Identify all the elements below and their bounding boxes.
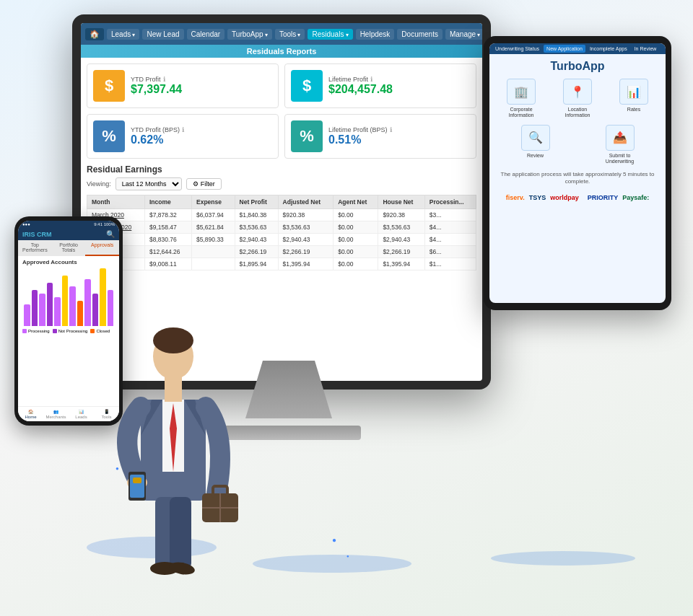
tablet-nav-incomplete[interactable]: Incomplete Apps xyxy=(587,45,630,53)
priority-logo: PRIORITY xyxy=(588,194,619,201)
table-cell: $12,644.26 xyxy=(144,246,191,258)
phone-tab-portfolio[interactable]: Portfolio Totals xyxy=(52,240,86,256)
table-cell: $2,266.19 xyxy=(235,246,278,258)
tablet-nav-in-review[interactable]: In Review xyxy=(632,45,660,53)
ytd-profit-label: YTD Profit ℹ xyxy=(131,76,272,83)
phone-tab-top-performers[interactable]: Top Performers xyxy=(18,240,52,256)
filter-button[interactable]: ⚙ Filter xyxy=(186,178,222,190)
table-cell: $2,266.19 xyxy=(378,246,424,258)
ytd-bps-help[interactable]: ℹ xyxy=(182,126,184,133)
chart-bar xyxy=(92,294,99,326)
table-cell: $9,008.11 xyxy=(144,258,191,270)
processing-label: Processing xyxy=(28,329,50,333)
rates-icon: 📊 xyxy=(619,79,648,105)
lifetime-bps-label: Lifetime Profit (BPS) ℹ xyxy=(328,126,470,133)
turboapp-step-5[interactable]: 📤 Submit toUnderwriting xyxy=(580,125,660,165)
deco-dot-6: ● xyxy=(346,554,349,558)
earnings-title: Residual Earnings xyxy=(87,164,476,175)
chart-bar xyxy=(24,304,30,326)
table-cell xyxy=(192,246,235,258)
table-cell: $0.00 xyxy=(334,221,378,234)
ytd-bps-info: YTD Profit (BPS) ℹ 0.62% xyxy=(131,126,272,146)
phone-nav-merchants[interactable]: 👥 Merchants xyxy=(43,409,69,419)
phone-tab-approvals[interactable]: Approvals xyxy=(85,240,119,256)
turboapp-step-3[interactable]: 📊 Rates xyxy=(608,79,660,119)
chart-bar xyxy=(32,290,38,326)
iris-logo: IRIS CRM xyxy=(22,231,52,238)
nav-tools[interactable]: Tools xyxy=(275,29,305,40)
table-cell: $1,395.94 xyxy=(378,258,424,270)
closed-dot xyxy=(90,329,95,333)
table-cell: $2,940.43 xyxy=(235,234,278,246)
table-row: February 2020$9,158.47$5,621.84$3,536.63… xyxy=(87,221,476,234)
table-cell: $920.38 xyxy=(378,209,424,221)
turboapp-step-2[interactable]: 📍 LocationInformation xyxy=(552,79,603,119)
shadow-2 xyxy=(253,555,411,573)
turboapp-step-1[interactable]: 🏢 CorporateInformation xyxy=(495,79,547,119)
table-cell: $3,536.63 xyxy=(278,221,334,234)
payment-logos: fiserv. TSYS worldpay PRIORITY Paysafe: xyxy=(495,191,660,204)
chart-bar xyxy=(39,294,45,326)
chart-bar xyxy=(69,286,76,326)
viewing-label: Viewing: xyxy=(87,180,111,188)
stat-lifetime-bps: % Lifetime Profit (BPS) ℹ 0.51% xyxy=(284,114,476,159)
tablet-nav-underwriting[interactable]: Underwriting Status xyxy=(492,45,542,53)
phone-search-icon[interactable]: 🔍 xyxy=(106,230,115,238)
tsys-logo: TSYS xyxy=(529,194,546,201)
tablet-nav-new-app[interactable]: New Application xyxy=(544,45,585,53)
lifetime-bps-help[interactable]: ℹ xyxy=(390,126,392,133)
table-cell: $6,037.94 xyxy=(192,209,235,221)
ytd-profit-info: YTD Profit ℹ $7,397.44 xyxy=(131,76,272,96)
legend-processing: Processing xyxy=(22,329,50,333)
table-cell: $2,940.43 xyxy=(378,234,424,246)
phone-nav: IRIS CRM 🔍 xyxy=(18,228,119,240)
turboapp-steps-top: 🏢 CorporateInformation 📍 LocationInforma… xyxy=(495,79,660,119)
viewing-select[interactable]: Last 12 Months xyxy=(116,177,182,190)
col-adjusted-net: Adjusted Net xyxy=(278,195,334,209)
phone-status-bar: ●●● 9:41 100% xyxy=(18,221,119,228)
table-cell: $0.00 xyxy=(334,258,378,270)
nav-residuals[interactable]: Residuals xyxy=(308,29,352,40)
nav-leads[interactable]: Leads xyxy=(107,29,139,40)
nav-manage[interactable]: Manage xyxy=(445,29,482,40)
stat-ytd-bps: % YTD Profit (BPS) ℹ 0.62% xyxy=(87,114,279,159)
processing-dot xyxy=(22,329,27,333)
phone-nav-leads[interactable]: 📊 Leads xyxy=(69,409,94,419)
tablet-content: TurboApp 🏢 CorporateInformation 📍 Locati… xyxy=(489,54,666,210)
table-row: March 2020$7,878.32$6,037.94$1,840.38$92… xyxy=(87,209,476,221)
table-row: 2020$8,830.76$5,890.33$2,940.43$2,940.43… xyxy=(87,234,476,246)
turboapp-steps-bottom: 🔍 Review 📤 Submit toUnderwriting xyxy=(495,125,660,165)
turboapp-description: The application process will take approx… xyxy=(495,171,660,186)
table-cell xyxy=(192,258,235,270)
chart-bar xyxy=(77,301,84,326)
lifetime-profit-help[interactable]: ℹ xyxy=(370,76,372,83)
nav-helpdesk[interactable]: Helpdesk xyxy=(356,29,395,40)
table-cell: $3,536.63 xyxy=(378,221,424,234)
stat-ytd-profit: $ YTD Profit ℹ $7,397.44 xyxy=(87,63,279,108)
ytd-bps-icon: % xyxy=(93,120,125,152)
rates-label: Rates xyxy=(627,107,640,113)
person-illustration xyxy=(101,320,245,594)
phone-chart xyxy=(22,268,115,326)
table-cell: $2,266.19 xyxy=(278,246,334,258)
table-cell: $1,395.94 xyxy=(278,258,334,270)
fiserv-logo: fiserv. xyxy=(506,194,525,201)
phone-battery: 9:41 100% xyxy=(94,222,115,226)
phone-home-icon: 🏠 xyxy=(28,409,33,414)
phone-merchants-icon: 👥 xyxy=(53,409,58,414)
svg-rect-7 xyxy=(165,377,182,402)
home-button[interactable]: 🏠 xyxy=(85,28,104,40)
nav-turboapp[interactable]: TurboApp xyxy=(227,29,272,40)
phone-nav-home[interactable]: 🏠 Home xyxy=(18,409,43,419)
table-cell: $6... xyxy=(424,246,476,258)
nav-new-lead[interactable]: New Lead xyxy=(142,29,183,40)
chart-bar xyxy=(47,283,53,326)
ytd-profit-help[interactable]: ℹ xyxy=(163,76,165,83)
table-cell: $5,890.33 xyxy=(192,234,235,246)
turboapp-step-4[interactable]: 🔍 Review xyxy=(495,125,575,165)
chart-bar xyxy=(62,276,69,326)
chart-bar xyxy=(84,279,91,326)
nav-calendar[interactable]: Calendar xyxy=(187,29,225,40)
corporate-info-icon: 🏢 xyxy=(507,79,536,105)
nav-documents[interactable]: Documents xyxy=(397,29,443,40)
